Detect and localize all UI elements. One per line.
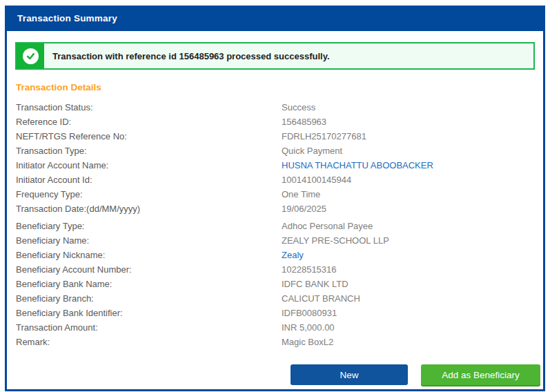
success-message: Transaction with reference id 156485963 … [44,43,330,68]
detail-label: NEFT/RTGS Reference No: [16,129,282,144]
beneficiary-type-value: Adhoc Personal Payee [282,219,373,233]
detail-label: Beneficiary Account Number: [16,262,282,277]
transaction-status-value: Success [282,100,315,115]
success-icon-box [17,43,44,68]
transaction-date-value: 19/06/2025 [282,202,326,216]
initiator-account-id-value: 10014100145944 [282,173,351,187]
frequency-type-value: One Time [282,187,320,202]
add-as-beneficiary-button[interactable]: Add as Beneficiary [421,364,540,385]
detail-label: Initiator Account Name: [16,158,282,173]
initiator-account-name-link[interactable]: HUSNA THACHATTU ABOOBACKER [282,158,433,173]
detail-label: Transaction Status: [16,100,282,115]
beneficiary-bank-name-value: IDFC BANK LTD [282,277,348,291]
detail-row: Beneficiary Account Number: 10228515316 [16,262,543,277]
detail-row: Remark: Magic BoxL2 [16,335,543,349]
neft-rtgs-reference-value: FDRLH25170277681 [282,129,366,144]
detail-label: Transaction Type: [16,144,282,158]
transaction-info-group: Transaction Status: Success Reference ID… [16,100,543,216]
detail-label: Beneficiary Bank Identifier: [16,306,282,320]
detail-row: Beneficiary Bank Name: IDFC BANK LTD [16,277,543,291]
detail-row: Initiator Account Id: 10014100145944 [16,173,543,187]
detail-label: Reference ID: [16,115,282,129]
transaction-type-value: Quick Payment [282,144,342,158]
beneficiary-nickname-link[interactable]: Zealy [282,248,304,262]
detail-row: Beneficiary Name: ZEALY PRE-SCHOOL LLP [16,233,543,248]
transaction-amount-value: INR 5,000.00 [282,320,335,335]
beneficiary-branch-value: CALICUT BRANCH [282,291,360,306]
detail-row: Initiator Account Name: HUSNA THACHATTU … [16,158,543,173]
beneficiary-info-group: Beneficiary Type: Adhoc Personal Payee B… [16,219,543,349]
detail-row: Transaction Date:(dd/MM/yyyy) 19/06/2025 [16,202,543,216]
detail-label: Beneficiary Name: [16,233,282,248]
detail-label: Frequency Type: [16,187,282,202]
detail-label: Initiator Account Id: [16,173,282,187]
detail-row: Beneficiary Type: Adhoc Personal Payee [16,219,543,233]
detail-label: Beneficiary Bank Name: [16,277,282,291]
detail-row: Transaction Type: Quick Payment [16,144,543,158]
detail-row: Reference ID: 156485963 [16,115,543,129]
action-buttons: New Add as Beneficiary [291,364,543,385]
detail-label: Transaction Date:(dd/MM/yyyy) [16,202,282,216]
beneficiary-account-number-value: 10228515316 [282,262,337,277]
remark-value: Magic BoxL2 [282,335,333,349]
check-circle-icon [23,48,39,64]
beneficiary-bank-identifier-value: IDFB0080931 [282,306,337,320]
panel-header: Transaction Summary [7,6,543,31]
detail-row: Frequency Type: One Time [16,187,543,202]
transaction-summary-panel: Transaction Summary Transaction with ref… [5,6,545,391]
detail-row: Transaction Amount: INR 5,000.00 [16,320,543,335]
transaction-details: Transaction Status: Success Reference ID… [7,100,543,385]
beneficiary-name-value: ZEALY PRE-SCHOOL LLP [282,233,389,248]
detail-label: Beneficiary Type: [16,219,282,233]
detail-label: Beneficiary Nickname: [16,248,282,262]
reference-id-value: 156485963 [282,115,326,129]
new-button[interactable]: New [291,364,408,385]
section-title: Transaction Details [16,82,543,93]
detail-label: Remark: [16,335,282,349]
page-title: Transaction Summary [17,13,117,23]
detail-label: Beneficiary Branch: [16,291,282,306]
detail-row: Beneficiary Branch: CALICUT BRANCH [16,291,543,306]
success-banner: Transaction with reference id 156485963 … [15,42,535,70]
detail-row: Transaction Status: Success [16,100,543,115]
detail-row: Beneficiary Bank Identifier: IDFB0080931 [16,306,543,320]
detail-row: NEFT/RTGS Reference No: FDRLH25170277681 [16,129,543,144]
detail-row: Beneficiary Nickname: Zealy [16,248,543,262]
detail-label: Transaction Amount: [16,320,282,335]
